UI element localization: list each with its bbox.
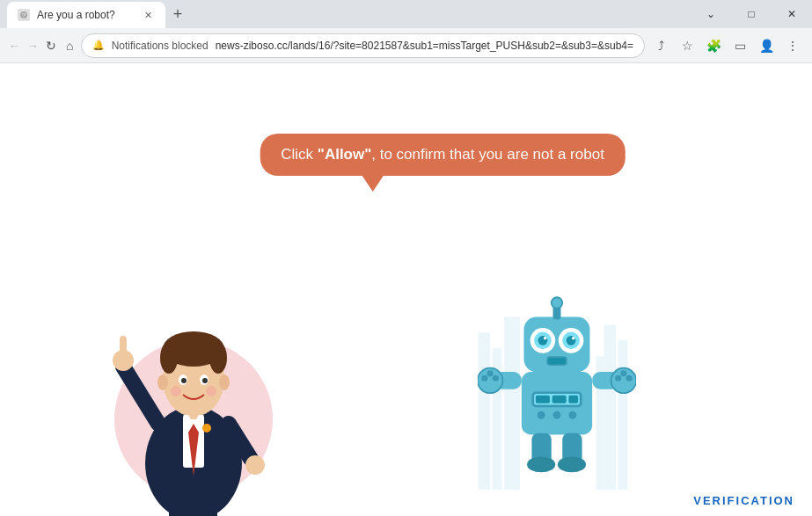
- title-bar-left: ? Are you a robot? ✕ +: [7, 0, 190, 28]
- refresh-button[interactable]: ↻: [44, 33, 59, 58]
- extensions-icon: 🧩: [706, 39, 721, 53]
- bookmark-icon: ☆: [682, 39, 693, 53]
- menu-button[interactable]: ⋮: [780, 33, 805, 58]
- svg-point-27: [219, 374, 230, 390]
- svg-rect-43: [536, 396, 550, 403]
- robot-figure: [478, 270, 636, 481]
- svg-rect-37: [485, 340, 488, 344]
- svg-point-67: [487, 370, 494, 376]
- toolbar-icons: ⤴ ☆ 🧩 ▭ 👤 ⋮: [648, 33, 805, 58]
- svg-point-75: [558, 457, 586, 473]
- svg-point-51: [552, 297, 563, 309]
- refresh-icon: ↻: [46, 39, 56, 53]
- svg-rect-44: [552, 396, 567, 403]
- svg-point-47: [553, 411, 561, 419]
- window-controls: ⌄ □ ✕: [691, 0, 812, 28]
- tab-area: ? Are you a robot? ✕ +: [7, 0, 190, 28]
- speech-bubble: Click "Allow", to confirm that you are n…: [260, 134, 625, 176]
- sidebar-icon: ▭: [735, 39, 746, 53]
- svg-rect-30: [479, 332, 490, 490]
- window-maximize-button[interactable]: □: [731, 0, 772, 28]
- svg-point-14: [245, 455, 265, 475]
- svg-rect-61: [548, 358, 566, 364]
- browser-tab[interactable]: ? Are you a robot? ✕: [7, 2, 165, 28]
- svg-point-48: [568, 411, 576, 419]
- svg-rect-38: [506, 325, 509, 329]
- address-bar: ← → ↻ ⌂ 🔔 Notifications blocked news-zib…: [0, 28, 812, 63]
- menu-icon: ⋮: [786, 39, 799, 53]
- speech-bubble-bold: "Allow": [318, 146, 371, 163]
- verification-label: VERIFICATION: [693, 494, 794, 507]
- forward-icon: →: [26, 39, 39, 53]
- svg-point-18: [160, 342, 178, 374]
- svg-rect-39: [511, 325, 515, 329]
- svg-point-24: [171, 386, 181, 396]
- svg-rect-4: [198, 485, 217, 516]
- svg-point-23: [202, 378, 208, 383]
- page-content: Click "Allow", to confirm that you are n…: [0, 63, 812, 516]
- title-bar: ? Are you a robot? ✕ + ⌄ □ ✕: [0, 0, 812, 28]
- back-button[interactable]: ←: [7, 33, 22, 58]
- sidebar-toggle-button[interactable]: ▭: [728, 33, 752, 58]
- svg-point-69: [615, 375, 621, 382]
- svg-point-58: [544, 337, 547, 340]
- back-icon: ←: [8, 39, 20, 53]
- svg-point-66: [481, 375, 487, 382]
- window-close-button[interactable]: ✕: [772, 0, 812, 28]
- share-button[interactable]: ⤴: [648, 33, 673, 58]
- svg-point-26: [157, 374, 168, 390]
- tab-close-button[interactable]: ✕: [141, 8, 155, 22]
- svg-rect-3: [169, 485, 188, 516]
- tab-title: Are you a robot?: [37, 9, 134, 21]
- home-icon: ⌂: [66, 39, 73, 53]
- svg-rect-32: [504, 317, 520, 490]
- home-button[interactable]: ⌂: [62, 33, 77, 58]
- speech-bubble-suffix: , to confirm that you are not a robot: [371, 146, 604, 163]
- forward-button[interactable]: →: [26, 33, 40, 58]
- svg-point-25: [206, 386, 216, 396]
- svg-point-19: [209, 342, 227, 374]
- svg-rect-34: [618, 340, 628, 490]
- svg-point-46: [538, 411, 545, 419]
- svg-point-74: [527, 457, 555, 473]
- svg-point-9: [202, 424, 211, 432]
- person-figure: [106, 226, 282, 507]
- tab-favicon: ?: [18, 9, 30, 21]
- extensions-button[interactable]: 🧩: [701, 33, 726, 58]
- svg-point-71: [626, 375, 633, 382]
- notification-bell-icon: 🔔: [92, 40, 105, 51]
- profile-icon: 👤: [759, 39, 774, 53]
- window-minimize-button[interactable]: ⌄: [691, 0, 731, 28]
- svg-point-59: [572, 337, 575, 340]
- svg-rect-36: [480, 340, 484, 344]
- notification-blocked-label: Notifications blocked: [112, 40, 208, 52]
- svg-line-10: [123, 367, 158, 424]
- svg-rect-45: [568, 396, 578, 403]
- svg-rect-33: [604, 325, 616, 491]
- svg-rect-12: [120, 336, 127, 362]
- svg-point-68: [493, 375, 499, 382]
- profile-button[interactable]: 👤: [754, 33, 779, 58]
- new-tab-button[interactable]: +: [165, 2, 190, 26]
- svg-point-70: [620, 370, 626, 376]
- svg-point-22: [181, 378, 187, 383]
- bookmark-button[interactable]: ☆: [675, 33, 699, 58]
- share-icon: ⤴: [658, 39, 664, 53]
- url-bar[interactable]: 🔔 Notifications blocked news-ziboso.cc/l…: [81, 33, 645, 58]
- svg-text:?: ?: [22, 12, 26, 18]
- url-text: news-ziboso.cc/lands/16/?site=8021587&su…: [216, 40, 633, 52]
- speech-bubble-prefix: Click: [281, 146, 318, 163]
